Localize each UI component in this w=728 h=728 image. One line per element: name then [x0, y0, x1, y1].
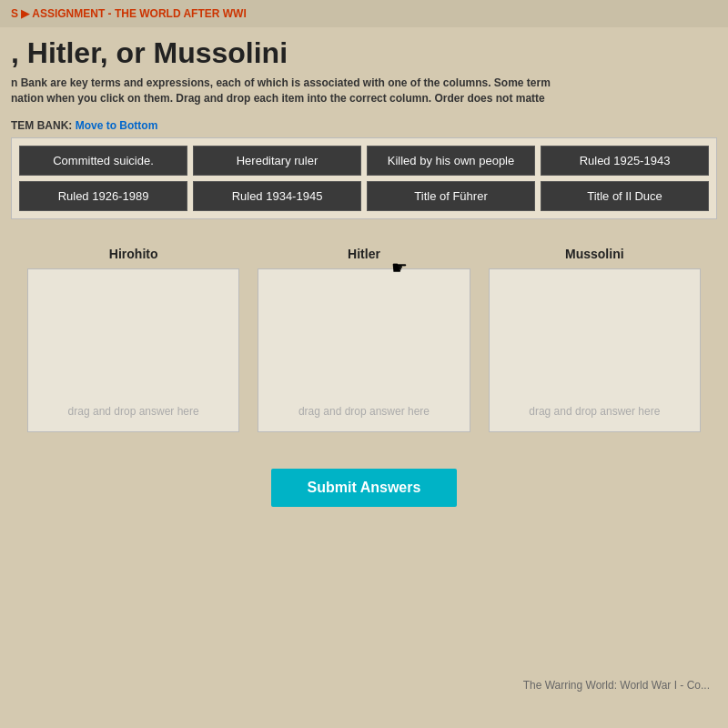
term-item[interactable]: Ruled 1925-1943	[541, 146, 709, 176]
term-item[interactable]: Committed suicide.	[19, 146, 187, 176]
term-bank: Committed suicide. Hereditary ruler Kill…	[11, 137, 717, 219]
move-to-bottom-link[interactable]: Move to Bottom	[76, 119, 158, 132]
hitler-column: Hitler drag and drop answer here	[258, 247, 470, 432]
submit-button[interactable]: Submit Answers	[271, 469, 458, 507]
hirohito-column: Hirohito drag and drop answer here	[27, 247, 239, 432]
item-bank-label: TEM BANK: Move to Bottom	[0, 119, 728, 132]
hirohito-placeholder: drag and drop answer here	[68, 405, 199, 418]
hitler-label: Hitler	[348, 247, 380, 261]
instructions: n Bank are key terms and expressions, ea…	[11, 76, 717, 106]
title-section: , Hitler, or Mussolini n Bank are key te…	[0, 27, 728, 119]
breadcrumb: S ▶ ASSIGNMENT - THE WORLD AFTER WWI	[0, 0, 728, 27]
page-wrapper: { "nav": { "breadcrumb": "S ▶ ASSIGNMENT…	[0, 0, 728, 728]
hirohito-label: Hirohito	[109, 247, 158, 261]
hitler-placeholder: drag and drop answer here	[298, 405, 430, 418]
term-item[interactable]: Title of Führer	[367, 181, 535, 211]
term-item[interactable]: Title of Il Duce	[541, 181, 709, 211]
term-item[interactable]: Killed by his own people	[367, 146, 535, 176]
term-item[interactable]: Ruled 1926-1989	[19, 181, 187, 211]
hirohito-drop-zone[interactable]: drag and drop answer here	[27, 268, 239, 432]
hitler-drop-zone[interactable]: drag and drop answer here	[258, 268, 470, 432]
term-item[interactable]: Hereditary ruler	[193, 146, 361, 176]
mussolini-drop-zone[interactable]: drag and drop answer here	[489, 268, 701, 432]
footer-text: The Warring World: World War I - Co...	[523, 679, 710, 692]
mussolini-label: Mussolini	[565, 247, 624, 261]
mussolini-placeholder: drag and drop answer here	[529, 405, 660, 418]
mussolini-column: Mussolini drag and drop answer here	[489, 247, 701, 432]
drop-zone-container: Hirohito drag and drop answer here Hitle…	[0, 228, 728, 450]
term-item[interactable]: Ruled 1934-1945	[193, 181, 361, 211]
submit-section: Submit Answers	[0, 469, 728, 507]
page-title: , Hitler, or Mussolini	[11, 36, 717, 70]
